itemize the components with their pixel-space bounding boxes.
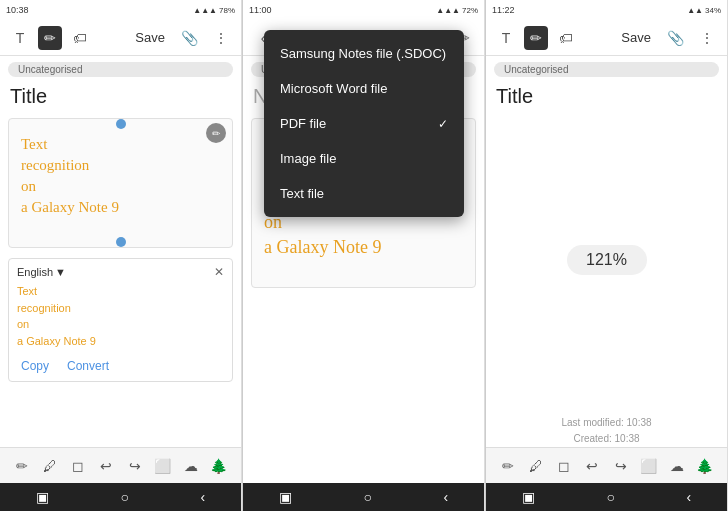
note-title-right[interactable]: Title	[486, 81, 727, 112]
ocr-buttons: Copy Convert	[17, 357, 224, 375]
export-text-label: Text file	[280, 186, 324, 201]
shapes-icon[interactable]: ⬜	[151, 458, 175, 474]
paperclip-icon-left[interactable]: 📎	[177, 26, 201, 50]
nav-bar-left: ▣ ○ ‹	[0, 483, 241, 511]
toolbar-right-left: Save 📎 ⋮	[131, 26, 233, 50]
status-left-right: 11:22	[492, 5, 515, 15]
more-icon-right[interactable]: ⋮	[695, 26, 719, 50]
nav-home-mid[interactable]: ○	[363, 489, 371, 505]
nav-home-left[interactable]: ○	[120, 489, 128, 505]
undo-icon[interactable]: ↩	[94, 458, 118, 474]
right-panel: 11:22 ▲▲ 34% T ✏ 🏷 Save 📎 ⋮ Uncategorise…	[486, 0, 728, 511]
ocr-close-button[interactable]: ✕	[214, 265, 224, 279]
time-left: 10:38	[6, 5, 29, 15]
middle-panel: 11:00 ▲▲▲ 72% ‹ ✏ Uncategorised No title…	[243, 0, 485, 511]
export-word-label: Microsoft Word file	[280, 81, 387, 96]
status-left-mid: 11:00	[249, 5, 272, 15]
nav-recent-mid[interactable]: ▣	[279, 489, 292, 505]
export-pdf[interactable]: PDF file ✓	[264, 106, 464, 141]
export-sdoc-label: Samsung Notes file (.SDOC)	[280, 46, 446, 61]
battery-mid: 72%	[462, 6, 478, 15]
status-bar-mid: 11:00 ▲▲▲ 72%	[243, 0, 484, 20]
pen-icon-right[interactable]: ✏	[524, 26, 548, 50]
status-right-mid: ▲▲▲ 72%	[436, 6, 478, 15]
save-button-right[interactable]: Save	[617, 28, 655, 47]
tree-icon-right[interactable]: 🌲	[693, 458, 717, 474]
convert-button[interactable]: Convert	[63, 357, 113, 375]
note-title-left[interactable]: Title	[0, 81, 241, 112]
ocr-panel-left: English ▼ ✕ Textrecognitionona Galaxy No…	[8, 258, 233, 382]
text-format-icon-right[interactable]: T	[494, 26, 518, 50]
cloud-icon-right[interactable]: ☁	[665, 458, 689, 474]
category-left[interactable]: Uncategorised	[8, 62, 233, 77]
export-dropdown: Samsung Notes file (.SDOC) Microsoft Wor…	[264, 30, 464, 217]
export-text[interactable]: Text file	[264, 176, 464, 211]
battery-right: 34%	[705, 6, 721, 15]
ocr-result-text: Textrecognitionona Galaxy Note 9	[17, 283, 224, 349]
export-image-label: Image file	[280, 151, 336, 166]
bottom-toolbar-right: ✏ 🖊 ◻ ↩ ↪ ⬜ ☁ 🌲	[486, 447, 727, 483]
eraser-icon-right[interactable]: ◻	[552, 458, 576, 474]
toolbar-right-right: Save 📎 ⋮	[617, 26, 719, 50]
modified-date: Last modified: 10:38	[561, 415, 651, 431]
undo-icon-right[interactable]: ↩	[580, 458, 604, 474]
ocr-language[interactable]: English ▼	[17, 266, 66, 278]
nav-back-right[interactable]: ‹	[686, 489, 691, 505]
bottom-toolbar-left: ✏ 🖊 ◻ ↩ ↪ ⬜ ☁ 🌲	[0, 447, 241, 483]
shapes-icon-right[interactable]: ⬜	[637, 458, 661, 474]
save-button-left[interactable]: Save	[131, 28, 169, 47]
status-right-right: ▲▲ 34%	[687, 6, 721, 15]
toolbar-right: T ✏ 🏷 Save 📎 ⋮	[486, 20, 727, 56]
handwriting-area-left[interactable]: Textrecognitionona Galaxy Note 9 ✏	[8, 118, 233, 248]
highlighter-icon-right[interactable]: 🖊	[524, 458, 548, 474]
tag-icon-left[interactable]: 🏷	[68, 26, 92, 50]
ocr-lang-text: English	[17, 266, 53, 278]
status-right: ▲▲▲ 78%	[193, 6, 235, 15]
highlighter-icon[interactable]: 🖊	[38, 458, 62, 474]
pen-tool-icon[interactable]: ✏	[10, 458, 34, 474]
tag-icon-right[interactable]: 🏷	[554, 26, 578, 50]
nav-bar-mid: ▣ ○ ‹	[243, 483, 484, 511]
export-word[interactable]: Microsoft Word file	[264, 71, 464, 106]
time-right: 11:22	[492, 5, 515, 15]
export-sdoc[interactable]: Samsung Notes file (.SDOC)	[264, 36, 464, 71]
tree-icon[interactable]: 🌲	[207, 458, 231, 474]
status-bar-right: 11:22 ▲▲ 34%	[486, 0, 727, 20]
nav-back-mid[interactable]: ‹	[443, 489, 448, 505]
left-panel: 10:38 ▲▲▲ 78% T ✏ 🏷 Save 📎 ⋮ Uncategoris…	[0, 0, 242, 511]
status-left: 10:38	[6, 5, 29, 15]
nav-recent-left[interactable]: ▣	[36, 489, 49, 505]
copy-button[interactable]: Copy	[17, 357, 53, 375]
time-mid: 11:00	[249, 5, 272, 15]
nav-recent-right[interactable]: ▣	[522, 489, 535, 505]
toolbar-right-left: T ✏ 🏷	[494, 26, 578, 50]
metadata-right: Last modified: 10:38 Created: 10:38	[561, 415, 651, 447]
paperclip-icon-right[interactable]: 📎	[663, 26, 687, 50]
signal-icon-mid: ▲▲▲	[436, 6, 460, 15]
redo-icon[interactable]: ↪	[123, 458, 147, 474]
cloud-icon[interactable]: ☁	[179, 458, 203, 474]
battery-left: 78%	[219, 6, 235, 15]
nav-home-right[interactable]: ○	[606, 489, 614, 505]
text-format-icon[interactable]: T	[8, 26, 32, 50]
category-right[interactable]: Uncategorised	[494, 62, 719, 77]
pen-icon-left[interactable]: ✏	[38, 26, 62, 50]
ocr-lang-dropdown-icon[interactable]: ▼	[55, 266, 66, 278]
nav-bar-right: ▣ ○ ‹	[486, 483, 727, 511]
export-image[interactable]: Image file	[264, 141, 464, 176]
toolbar-left-icons: T ✏ 🏷	[8, 26, 92, 50]
signal-icon-right: ▲▲	[687, 6, 703, 15]
handwritten-content-left: Textrecognitionona Galaxy Note 9	[21, 134, 119, 218]
more-icon-left[interactable]: ⋮	[209, 26, 233, 50]
pen-tool-icon-right[interactable]: ✏	[496, 458, 520, 474]
toolbar-left: T ✏ 🏷 Save 📎 ⋮	[0, 20, 241, 56]
center-content-right: 121% Last modified: 10:38 Created: 10:38	[486, 112, 727, 447]
signal-icon: ▲▲▲	[193, 6, 217, 15]
status-bar-left: 10:38 ▲▲▲ 78%	[0, 0, 241, 20]
pdf-check-icon: ✓	[438, 117, 448, 131]
eraser-icon[interactable]: ◻	[66, 458, 90, 474]
redo-icon-right[interactable]: ↪	[609, 458, 633, 474]
edit-icon-left[interactable]: ✏	[206, 123, 226, 143]
nav-back-left[interactable]: ‹	[200, 489, 205, 505]
zoom-badge[interactable]: 121%	[567, 245, 647, 275]
